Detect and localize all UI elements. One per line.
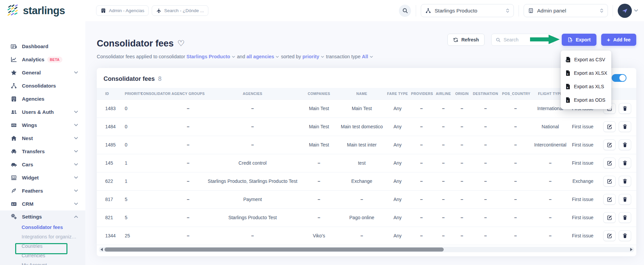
sidebar-item-label: Widget — [22, 175, 39, 180]
search-input[interactable] — [503, 37, 540, 42]
refresh-button[interactable]: Refresh — [447, 34, 485, 46]
global-search-button[interactable] — [399, 5, 411, 17]
cell-id: 1344 — [97, 227, 120, 245]
sidebar-item-crm[interactable]: $CRM — [0, 197, 85, 210]
beta-badge: BETA — [47, 57, 62, 63]
user-menu[interactable] — [618, 4, 638, 18]
cell-priority: 5 — [120, 190, 141, 208]
sidebar-item-dashboard[interactable]: Dashboard — [0, 40, 85, 53]
sidebar-subitem-currencies[interactable]: Currencies — [0, 251, 85, 260]
sidebar-item-cars[interactable]: Cars — [0, 158, 85, 171]
cell-priority: 0 — [120, 118, 141, 136]
sidebar-item-feathers[interactable]: Feathers — [0, 184, 85, 197]
edit-button[interactable] — [603, 176, 616, 187]
export-button[interactable]: Export — [562, 34, 596, 46]
brand-logo[interactable]: starlings — [7, 4, 65, 18]
sidebar-item-wings[interactable]: Wings — [0, 119, 85, 132]
cell-flight_type: – — [529, 190, 572, 208]
scroll-left-icon[interactable] — [100, 248, 103, 251]
delete-button[interactable] — [619, 103, 631, 114]
sidebar-item-nest[interactable]: Nest — [0, 132, 85, 145]
sidebar-subitem-consolidator-fees[interactable]: Consolidator fees — [0, 223, 85, 232]
cell-agencies: – — [207, 227, 298, 245]
column-header-priority: PRIORITY — [120, 88, 141, 99]
cell-providers: – — [411, 190, 432, 208]
subtitle-filter-priority[interactable]: priority — [302, 53, 319, 60]
scrollbar-thumb[interactable] — [105, 247, 444, 252]
sidebar-item-label: Settings — [22, 214, 42, 220]
scroll-right-icon[interactable] — [630, 248, 633, 251]
horizontal-scrollbar[interactable] — [99, 247, 634, 252]
panel-select[interactable]: Admin panel — [524, 4, 608, 17]
flight-search-pill[interactable]: Search - ¿Dónde ... — [152, 5, 208, 16]
admin-agencias-pill[interactable]: Admin - Agencias — [96, 5, 149, 16]
edit-button[interactable] — [603, 230, 616, 241]
sidebar-item-agencies[interactable]: Agencies — [0, 92, 85, 105]
delete-button[interactable] — [619, 212, 631, 223]
toolbar: Refresh Export + Add fee — [447, 34, 636, 46]
delete-button[interactable] — [619, 194, 631, 205]
car-side-icon — [10, 161, 18, 168]
edit-button[interactable] — [603, 121, 616, 132]
sidebar-item-widget[interactable]: Widget — [0, 171, 85, 184]
cell-type: First issue — [572, 154, 600, 172]
delete-button[interactable] — [619, 158, 631, 168]
consolidator-select[interactable]: Starlings Producto — [421, 4, 514, 17]
cell-pos_country: – — [502, 136, 529, 154]
column-header-providers: PROVIDERS — [411, 88, 432, 99]
sidebar-item-label: Nest — [22, 135, 33, 141]
export-label: Export — [576, 37, 590, 42]
menu-item-export-as-ods[interactable]: xExport as ODS — [561, 93, 611, 107]
cell-id: 1484 — [97, 118, 120, 136]
sidebar-item-label: Users & Auth — [22, 109, 54, 115]
cell-agency_groups: – — [170, 190, 207, 208]
caret-down-icon — [321, 56, 324, 58]
cell-flight_type: National — [529, 118, 572, 136]
sidebar-item-users-auth[interactable]: Users & Auth — [0, 105, 85, 119]
cell-providers: – — [411, 172, 432, 190]
cell-agency_groups: – — [170, 227, 207, 245]
sidebar-item-label: Cars — [22, 162, 33, 167]
delete-button[interactable] — [619, 176, 631, 187]
subtitle-filter-all[interactable]: All — [362, 53, 368, 60]
sidebar-subitem-integrations-for-organiz[interactable]: Integrations for organiz… — [0, 232, 85, 241]
table-search[interactable] — [491, 34, 553, 46]
cell-consolidator — [141, 154, 170, 172]
edit-button[interactable] — [603, 139, 616, 150]
favorite-heart-icon[interactable]: ♡ — [177, 39, 185, 47]
sidebar-item-transfers[interactable]: Transfers — [0, 145, 85, 158]
sidebar-item-analytics[interactable]: AnalyticsBETA — [0, 53, 85, 66]
sidebar-subitem-my-account[interactable]: My Account — [0, 260, 85, 265]
sidebar-item-settings[interactable]: Settings — [0, 210, 85, 223]
cell-type: First issue — [572, 227, 600, 245]
column-header-fare_type: FARE TYPE — [384, 88, 411, 99]
cell-destination: – — [469, 136, 502, 154]
refresh-label: Refresh — [461, 37, 479, 42]
menu-item-export-as-csv[interactable]: CSVExport as CSV — [561, 53, 611, 66]
sidebar-subitem-countries[interactable]: Countries — [0, 241, 85, 251]
column-header-id: ID — [97, 88, 120, 99]
flight-search-label: Search - ¿Dónde ... — [164, 8, 204, 13]
subtitle-text: Consolidator fees applied to consolidato… — [97, 53, 186, 60]
sidebar-item-general[interactable]: General — [0, 66, 85, 79]
delete-button[interactable] — [619, 139, 631, 150]
menu-item-export-as-xlsx[interactable]: xExport as XLSX — [561, 66, 611, 80]
menu-item-export-as-xls[interactable]: xExport as XLS — [561, 80, 611, 93]
subtitle-filter-all-agencies[interactable]: all agencies — [246, 53, 274, 60]
export-dropdown-menu: CSVExport as CSVxExport as XLSXxExport a… — [561, 51, 611, 109]
delete-button[interactable] — [619, 121, 631, 132]
column-header-companies: COMPANIES — [298, 88, 340, 99]
edit-button[interactable] — [603, 158, 616, 168]
cell-fare_type: Any — [384, 208, 411, 227]
edit-button[interactable] — [603, 194, 616, 205]
subtitle-filter-starlings-producto[interactable]: Starlings Producto — [186, 53, 230, 60]
add-fee-button[interactable]: + Add fee — [601, 34, 636, 46]
add-fee-label: Add fee — [613, 37, 631, 42]
delete-button[interactable] — [619, 230, 631, 241]
sidebar-item-consolidators[interactable]: Consolidators — [0, 79, 85, 92]
table-toggle-switch[interactable] — [612, 74, 626, 82]
sidebar-item-label: Analytics — [22, 57, 45, 62]
plane-icon — [156, 8, 162, 13]
sidebar-item-label: Consolidators — [22, 83, 56, 89]
edit-button[interactable] — [603, 212, 616, 223]
